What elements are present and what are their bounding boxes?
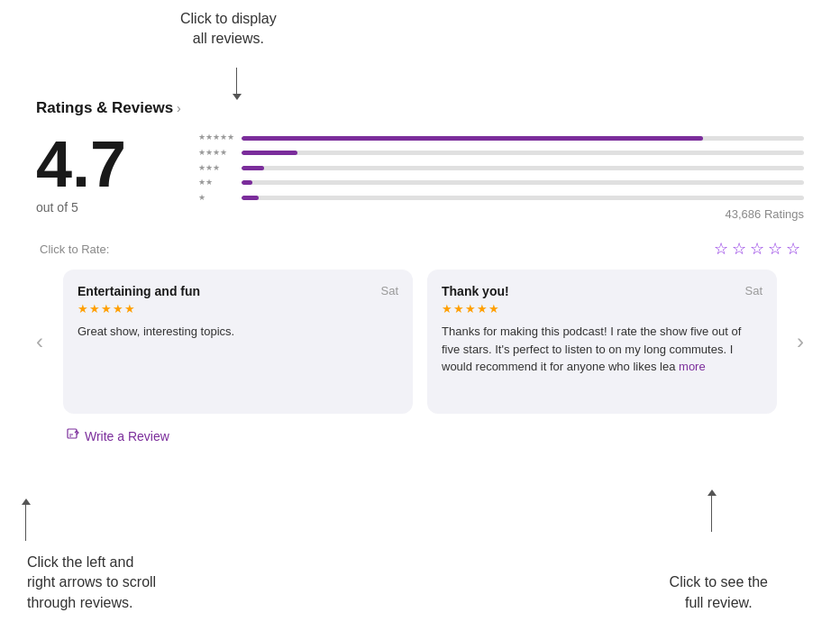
bar-fill-2 [242, 180, 252, 185]
review-2-date: Sat [744, 284, 762, 297]
ratings-reviews-header[interactable]: Ratings & Reviews › [36, 99, 804, 117]
annotation-bottom-right: Click to see the full review. [670, 572, 768, 613]
review-1-date: Sat [380, 284, 398, 297]
star-rating-input[interactable]: ☆ ☆ ☆ ☆ ☆ [714, 239, 800, 259]
annotation-bottom-left: Click the left and right arrows to scrol… [27, 553, 156, 613]
rating-number: 4.7 [36, 132, 126, 197]
review-2-stars: ★★★★★ [442, 302, 762, 316]
bar-track-5 [242, 136, 804, 141]
annotation-left-arrow [25, 505, 26, 541]
ratings-reviews-chevron: › [177, 101, 181, 115]
bar-row-2 [242, 178, 804, 187]
bar-chart [242, 132, 804, 204]
rating-summary: 4.7 out of 5 ★★★★★ ★★★★ ★★★ [36, 132, 804, 221]
review-2-body: Thanks for making this podcast! I rate t… [442, 323, 762, 399]
star-label-3: ★★★ [198, 164, 234, 172]
annotation-right-arrow [711, 496, 712, 532]
write-review-icon [67, 428, 79, 444]
write-review-link[interactable]: Write a Review [85, 429, 169, 444]
annotation-left-line3: through reviews. [27, 595, 132, 610]
review-card-2[interactable]: Thank you! Sat ★★★★★ Thanks for making t… [427, 270, 777, 414]
annotation-left-line2: right arrows to scroll [27, 574, 156, 590]
write-review[interactable]: Write a Review [67, 428, 804, 444]
bar-row-1 [242, 193, 804, 202]
star-chart-section: ★★★★★ ★★★★ ★★★ ★★ ★ [198, 132, 804, 204]
review-card-1[interactable]: Entertaining and fun Sat ★★★★★ Great sho… [63, 270, 413, 414]
star-3[interactable]: ☆ [750, 239, 764, 259]
review-1-body: Great show, interesting topics. [78, 323, 398, 399]
star-label-1: ★ [198, 194, 234, 202]
review-1-title: Entertaining and fun [78, 284, 200, 298]
main-container: Ratings & Reviews › 4.7 out of 5 ★★★★★ ★… [0, 0, 840, 462]
click-to-rate-label: Click to Rate: [40, 242, 109, 256]
rating-right: ★★★★★ ★★★★ ★★★ ★★ ★ [180, 132, 804, 221]
star-label-5: ★★★★★ [198, 133, 234, 142]
star-1[interactable]: ☆ [714, 239, 728, 259]
annotation-right-line1: Click to see the [670, 574, 768, 590]
bar-fill-4 [242, 151, 297, 155]
bar-fill-3 [242, 166, 264, 170]
star-labels: ★★★★★ ★★★★ ★★★ ★★ ★ [198, 132, 234, 204]
bar-track-3 [242, 166, 804, 170]
svg-rect-0 [68, 429, 77, 438]
ratings-reviews-title: Ratings & Reviews [36, 99, 173, 117]
review-card-1-header: Entertaining and fun Sat [78, 284, 398, 298]
rating-out-of: out of 5 [36, 200, 78, 215]
review-1-stars: ★★★★★ [78, 302, 398, 316]
bar-track-2 [242, 180, 804, 185]
bar-fill-5 [242, 136, 703, 141]
bar-fill-1 [242, 196, 259, 200]
reviews-row: ‹ Entertaining and fun Sat ★★★★★ Great s… [36, 270, 804, 414]
nav-left-arrow[interactable]: ‹ [36, 329, 43, 354]
nav-right-arrow[interactable]: › [797, 329, 804, 354]
star-label-2: ★★ [198, 178, 234, 187]
star-4[interactable]: ☆ [768, 239, 782, 259]
bar-track-1 [242, 196, 804, 200]
big-rating: 4.7 out of 5 [36, 132, 180, 215]
annotation-left-line1: Click the left and [27, 554, 133, 570]
ratings-count: 43,686 Ratings [726, 207, 804, 221]
bar-row-4 [242, 149, 804, 158]
review-more-link[interactable]: more [679, 360, 706, 373]
bar-row-3 [242, 163, 804, 172]
click-to-rate: Click to Rate: ☆ ☆ ☆ ☆ ☆ [36, 239, 804, 259]
bar-track-4 [242, 151, 804, 155]
annotation-right-line2: full review. [685, 595, 753, 610]
star-5[interactable]: ☆ [786, 239, 800, 259]
star-label-4: ★★★★ [198, 149, 234, 157]
bar-row-5 [242, 133, 804, 142]
star-2[interactable]: ☆ [732, 239, 746, 259]
review-card-2-header: Thank you! Sat [442, 284, 762, 298]
review-2-title: Thank you! [442, 284, 509, 298]
